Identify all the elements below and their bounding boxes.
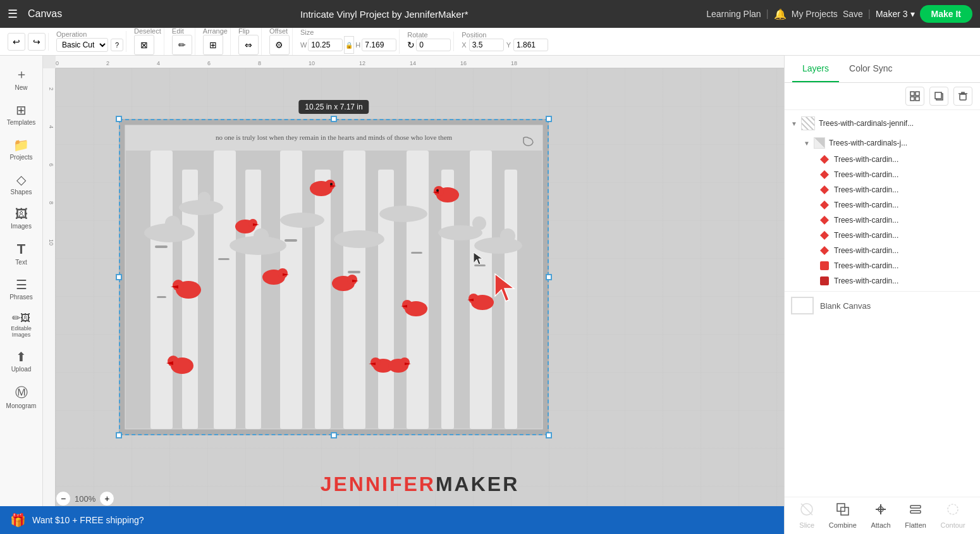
machine-selector[interactable]: Maker 3 ▾: [876, 9, 915, 19]
flip-button[interactable]: ⇔: [238, 35, 259, 55]
layer-color-indicator: [820, 185, 829, 194]
sidebar-label-templates: Templates: [7, 119, 36, 126]
group-layers-button[interactable]: [905, 87, 924, 106]
group-chevron-icon: ▼: [791, 120, 797, 127]
sub-group-header[interactable]: ▼ Trees-with-cardinals-j...: [797, 134, 980, 152]
contour-action[interactable]: Contour: [941, 502, 965, 529]
selection-handle-bm[interactable]: [331, 432, 337, 438]
lock-aspect-button[interactable]: 🔒: [344, 36, 354, 54]
operation-select[interactable]: Basic Cut: [56, 38, 108, 52]
blank-canvas-preview: [791, 297, 814, 314]
toolbar-offset-group: Offset ⚙: [267, 28, 293, 55]
rotate-icon[interactable]: ↻: [407, 40, 415, 50]
selection-handle-tl[interactable]: [116, 116, 122, 122]
blank-canvas-row[interactable]: Blank Canvas: [785, 291, 980, 320]
layer-color-indicator: [820, 246, 829, 255]
deselect-label: Deselect: [134, 28, 161, 35]
promo-banner[interactable]: 🎁 Want $10 + FREE shipping?: [0, 506, 784, 534]
sidebar-item-upload[interactable]: ⬆ Upload: [0, 344, 42, 378]
selection-handle-ml[interactable]: [116, 274, 122, 280]
rotate-input[interactable]: [416, 39, 451, 51]
sidebar-item-editable-images[interactable]: ✏🖼 Editable Images: [0, 307, 42, 343]
toolbar-undo-redo: ↩ ↪: [5, 33, 49, 51]
learning-plan-link[interactable]: Learning Plan: [706, 9, 761, 19]
tab-color-sync[interactable]: Color Sync: [839, 56, 902, 82]
toolbar-position-group: Position X Y: [459, 32, 551, 51]
tab-layers[interactable]: Layers: [792, 56, 839, 82]
zoom-in-button[interactable]: +: [99, 491, 114, 506]
selection-handle-tm[interactable]: [331, 116, 337, 122]
main-content: ＋ New ⊞ Templates 📁 Projects ◇ Shapes 🖼 …: [0, 56, 980, 534]
list-item[interactable]: Trees-with-cardin...: [797, 228, 980, 243]
delete-layer-button[interactable]: [953, 87, 972, 106]
toolbar-rotate-group: Rotate ↻: [405, 32, 454, 51]
width-input[interactable]: [308, 39, 343, 51]
my-projects-link[interactable]: My Projects: [792, 9, 838, 19]
duplicate-layer-button[interactable]: [929, 87, 948, 106]
layer-name: Trees-with-cardin...: [834, 201, 974, 209]
offset-button[interactable]: ⚙: [269, 35, 290, 55]
list-item[interactable]: Trees-with-cardin...: [797, 213, 980, 228]
flatten-action[interactable]: Flatten: [905, 502, 926, 529]
svg-point-98: [948, 504, 958, 514]
layer-name: Trees-with-cardin...: [834, 170, 974, 179]
edit-label: Edit: [172, 28, 192, 35]
list-item[interactable]: Trees-with-cardin...: [797, 273, 980, 289]
selection-handle-mr[interactable]: [546, 274, 552, 280]
sidebar-item-projects[interactable]: 📁 Projects: [0, 132, 42, 166]
sub-group-preview: [814, 137, 825, 149]
height-input[interactable]: [362, 39, 396, 51]
notification-bell-icon[interactable]: 🔔: [774, 8, 787, 20]
hamburger-menu-icon[interactable]: ☰: [8, 7, 18, 21]
combine-action[interactable]: Combine: [829, 502, 857, 529]
attach-action[interactable]: Attach: [871, 502, 890, 529]
sidebar-item-templates[interactable]: ⊞ Templates: [0, 97, 42, 131]
redo-button[interactable]: ↪: [28, 33, 46, 51]
pos-x-input[interactable]: [469, 39, 504, 51]
layer-group-header[interactable]: ▼ Trees-with-cardinals-jennif...: [785, 113, 980, 134]
edit-button[interactable]: ✏: [172, 35, 192, 55]
operation-help-button[interactable]: ?: [111, 39, 123, 51]
sidebar-item-images[interactable]: 🖼 Images: [0, 202, 42, 235]
selection-handle-br[interactable]: [546, 432, 552, 438]
make-it-button[interactable]: Make It: [920, 5, 972, 23]
selection-border: [119, 119, 549, 435]
sidebar-item-text[interactable]: T Text: [0, 236, 42, 271]
save-link[interactable]: Save: [843, 9, 863, 19]
design-element[interactable]: 10.25 in x 7.17 in: [119, 119, 549, 435]
left-sidebar: ＋ New ⊞ Templates 📁 Projects ◇ Shapes 🖼 …: [0, 56, 43, 534]
blank-canvas-label: Blank Canvas: [820, 301, 871, 311]
layer-name: Trees-with-cardin...: [834, 261, 974, 270]
arrange-label: Arrange: [203, 28, 228, 35]
layer-name: Trees-with-cardin...: [834, 155, 974, 164]
slice-label: Slice: [799, 521, 814, 529]
selection-handle-tr[interactable]: [546, 116, 552, 122]
promo-text: Want $10 + FREE shipping?: [32, 515, 144, 525]
slice-action[interactable]: Slice: [799, 502, 814, 529]
size-label: Size: [300, 29, 396, 36]
arrange-button[interactable]: ⊞: [203, 35, 223, 55]
sidebar-item-phrases[interactable]: ☰ Phrases: [0, 272, 42, 306]
list-item[interactable]: Trees-with-cardin...: [797, 152, 980, 167]
sidebar-item-monogram[interactable]: Ⓜ Monogram: [0, 379, 42, 414]
deselect-button[interactable]: ⊠: [134, 35, 154, 55]
layer-color-indicator: [820, 170, 829, 179]
sidebar-item-new[interactable]: ＋ New: [0, 61, 42, 96]
sidebar-label-monogram: Monogram: [6, 402, 37, 409]
selection-handle-bl[interactable]: [116, 432, 122, 438]
list-item[interactable]: Trees-with-cardin...: [797, 258, 980, 273]
sidebar-item-shapes[interactable]: ◇ Shapes: [0, 167, 42, 201]
zoom-out-button[interactable]: −: [56, 491, 71, 506]
list-item[interactable]: Trees-with-cardin...: [797, 197, 980, 213]
undo-button[interactable]: ↩: [8, 33, 25, 51]
list-item[interactable]: Trees-with-cardin...: [797, 167, 980, 182]
canvas-area[interactable]: 0 2 4 6 8 10 12 14 16 18 2 4 6 8 10 10.2…: [43, 56, 784, 534]
toolbar: ↩ ↪ Operation Basic Cut ? Deselect ⊠ Edi…: [0, 28, 980, 56]
svg-rect-96: [910, 506, 921, 508]
toolbar-operation-group: Operation Basic Cut ?: [54, 31, 126, 52]
upload-icon: ⬆: [16, 349, 27, 364]
list-item[interactable]: Trees-with-cardin...: [797, 243, 980, 258]
canvas-viewport[interactable]: 10.25 in x 7.17 in: [56, 68, 784, 521]
list-item[interactable]: Trees-with-cardin...: [797, 182, 980, 197]
pos-y-input[interactable]: [513, 39, 548, 51]
